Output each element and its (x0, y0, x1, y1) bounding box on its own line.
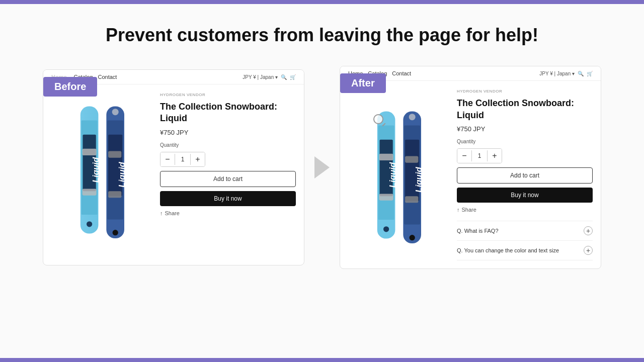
svg-point-29 (410, 235, 415, 240)
after-quantity-label: Quantity (457, 139, 593, 144)
after-qty-minus[interactable]: − (457, 149, 471, 163)
after-cart-icon[interactable]: 🛒 (587, 71, 593, 76)
after-panel: After Home Catalog Contact JPY ¥ | Japan… (340, 66, 601, 269)
svg-rect-13 (108, 191, 121, 198)
faq-expand-0[interactable]: + (584, 226, 593, 235)
after-vendor: HYDROGEN VENDOR (457, 89, 593, 94)
before-add-to-cart[interactable]: Add to cart (160, 171, 296, 187)
after-share-icon: ↑ (457, 207, 460, 213)
before-currency[interactable]: JPY ¥ | Japan ▾ (243, 74, 278, 80)
before-product-area: Liquid Liqui (43, 84, 304, 255)
page-headline: Prevent customers from leaving the page … (106, 24, 538, 46)
before-cart-icon[interactable]: 🛒 (290, 74, 296, 80)
svg-text:Liquid: Liquid (91, 157, 101, 183)
before-badge: Before (43, 77, 97, 97)
panels-row: Before Home Catalog Contact JPY ¥ | Japa… (30, 66, 614, 269)
faq-section: Q. What is FAQ? + Q. You can change the … (457, 221, 593, 260)
before-search-icon[interactable]: 🔍 (281, 74, 287, 80)
after-title-text: The Collection Snowboard: Liquid (457, 98, 574, 120)
before-panel: Before Home Catalog Contact JPY ¥ | Japa… (43, 69, 304, 265)
before-qty-minus[interactable]: − (160, 152, 175, 166)
after-add-to-cart[interactable]: Add to cart (457, 167, 593, 184)
after-buy-now[interactable]: Buy it now (457, 188, 593, 203)
before-nav-right: JPY ¥ | Japan ▾ 🔍 🛒 (243, 74, 296, 80)
svg-text:Liquid: Liquid (117, 161, 127, 187)
svg-point-14 (113, 230, 118, 235)
faq-expand-1[interactable]: + (584, 246, 593, 255)
after-nav-right: JPY ¥ | Japan ▾ 🔍 🛒 (539, 71, 593, 76)
before-product-image-col: Liquid Liqui (51, 93, 152, 247)
faq-item-0[interactable]: Q. What is FAQ? + (457, 221, 593, 241)
before-share-icon: ↑ (160, 210, 163, 216)
after-price: ¥750 JPY (457, 125, 593, 133)
svg-rect-28 (405, 196, 418, 203)
before-qty-value: 1 (175, 154, 191, 165)
before-nav-contact[interactable]: Contact (98, 74, 117, 80)
after-badge: After (340, 73, 386, 93)
before-product-info: HYDROGEN VENDOR The Collection Snowboard… (160, 93, 296, 247)
after-share-label: Share (462, 207, 476, 213)
svg-rect-20 (379, 153, 393, 160)
after-product-image: Liquid Liquid (353, 100, 444, 250)
svg-rect-12 (108, 151, 121, 158)
after-product-title: The Collection Snowboard: Liquid (457, 98, 593, 121)
before-nav-links: Catalog Contact (74, 74, 238, 80)
top-bar (0, 0, 644, 4)
before-vendor: HYDROGEN VENDOR (160, 93, 296, 97)
after-share[interactable]: ↑ Share (457, 207, 593, 213)
faq-item-1[interactable]: Q. You can change the color and text siz… (457, 241, 593, 260)
svg-rect-6 (83, 189, 97, 196)
before-share[interactable]: ↑ Share (160, 210, 296, 216)
after-product-image-col: Liquid Liquid (348, 89, 449, 260)
svg-text:Liquid: Liquid (414, 166, 424, 192)
before-title-text: The Collection Snowboard: Liquid (160, 102, 277, 123)
before-price: ¥750 JPY (160, 129, 296, 136)
after-product-info: HYDROGEN VENDOR The Collection Snowboard… (457, 89, 593, 260)
svg-rect-27 (405, 156, 418, 162)
after-product-area: Liquid Liquid (340, 81, 601, 268)
bottom-bar (0, 358, 644, 362)
svg-point-30 (409, 114, 416, 120)
before-buy-now[interactable]: Buy it now (160, 191, 296, 206)
main-container: Prevent customers from leaving the page … (0, 4, 644, 358)
arrow-container (304, 156, 340, 178)
before-qty-plus[interactable]: + (191, 152, 205, 166)
svg-point-7 (87, 221, 92, 227)
after-nav-contact[interactable]: Contact (392, 70, 411, 76)
before-product-image: Liquid Liqui (56, 95, 147, 245)
after-currency[interactable]: JPY ¥ | Japan ▾ (539, 71, 575, 76)
after-qty-plus[interactable]: + (488, 149, 502, 163)
svg-text:Liquid: Liquid (388, 162, 397, 188)
after-quantity-control: − 1 + (457, 148, 502, 163)
before-quantity-label: Quantity (160, 142, 296, 148)
before-product-title: The Collection Snowboard: Liquid (160, 101, 296, 125)
faq-question-1: Q. You can change the color and text siz… (457, 247, 559, 253)
arrow-right (314, 156, 330, 178)
before-share-label: Share (165, 210, 180, 216)
svg-rect-5 (83, 149, 97, 155)
svg-point-22 (383, 226, 389, 232)
svg-rect-21 (379, 194, 393, 200)
after-qty-value: 1 (471, 150, 488, 161)
svg-point-15 (112, 109, 119, 115)
faq-question-0: Q. What is FAQ? (457, 228, 499, 234)
after-search-icon[interactable]: 🔍 (578, 71, 584, 76)
before-quantity-control: − 1 + (160, 152, 205, 167)
